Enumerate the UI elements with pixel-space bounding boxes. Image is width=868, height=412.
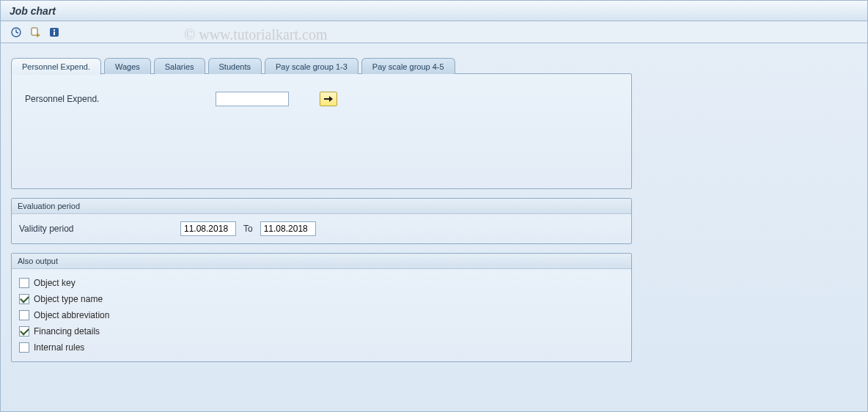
evaluation-period-header: Evaluation period — [12, 199, 631, 214]
also-output-panel: Also output Object key Object type name … — [11, 253, 632, 362]
tab-label: Pay scale group 4-5 — [372, 62, 444, 71]
svg-line-2 — [16, 32, 18, 33]
check-financing-details[interactable]: Financing details — [19, 323, 624, 339]
also-output-header: Also output — [12, 254, 631, 269]
info-button[interactable] — [46, 24, 62, 40]
toolbar — [1, 21, 867, 43]
tab-label: Personnel Expend. — [22, 62, 90, 71]
page-title: Job chart — [10, 5, 56, 17]
validity-period-row: Validity period To — [19, 220, 624, 238]
personnel-expend-label: Personnel Expend. — [25, 94, 216, 104]
tabstrip: Personnel Expend. Wages Salaries Student… — [11, 56, 857, 74]
check-object-abbreviation[interactable]: Object abbreviation — [19, 307, 624, 323]
tab-pay-scale-4-5[interactable]: Pay scale group 4-5 — [361, 58, 455, 74]
info-icon — [48, 26, 60, 38]
to-label: To — [243, 224, 253, 234]
app-frame: Job chart © www.tutorialkart.com — [0, 0, 868, 412]
checkbox-object-abbreviation[interactable] — [19, 310, 29, 320]
checkbox-internal-rules[interactable] — [19, 342, 29, 353]
svg-marker-9 — [329, 96, 333, 102]
tab-students[interactable]: Students — [208, 58, 262, 74]
svg-rect-3 — [32, 28, 37, 35]
tab-pay-scale-1-3[interactable]: Pay scale group 1-3 — [265, 58, 358, 74]
tab-label: Salaries — [165, 62, 194, 71]
validity-period-label: Validity period — [19, 224, 180, 234]
get-variant-button[interactable] — [27, 24, 43, 40]
checkbox-label: Financing details — [34, 326, 100, 336]
multiple-selection-button[interactable] — [320, 92, 337, 106]
checkbox-label: Object type name — [34, 294, 103, 304]
svg-rect-6 — [54, 29, 55, 31]
checkbox-label: Internal rules — [34, 342, 84, 353]
checkbox-object-key[interactable] — [19, 278, 29, 288]
checkbox-financing-details[interactable] — [19, 326, 29, 336]
checkbox-object-type-name[interactable] — [19, 294, 29, 304]
titlebar: Job chart — [1, 1, 867, 21]
check-object-key[interactable]: Object key — [19, 275, 624, 291]
tab-label: Pay scale group 1-3 — [276, 62, 347, 71]
tab-panel: Personnel Expend. — [11, 73, 632, 189]
tab-label: Students — [219, 62, 251, 71]
personnel-expend-input[interactable] — [216, 92, 289, 106]
variant-icon — [29, 26, 41, 38]
checkbox-label: Object abbreviation — [34, 310, 109, 320]
content-area: Personnel Expend. Wages Salaries Student… — [1, 43, 867, 372]
clock-execute-icon — [10, 26, 22, 38]
evaluation-period-panel: Evaluation period Validity period To — [11, 198, 632, 244]
tab-label: Wages — [115, 62, 140, 71]
checkbox-label: Object key — [34, 278, 76, 288]
validity-to-input[interactable] — [260, 221, 316, 236]
validity-from-input[interactable] — [180, 221, 236, 236]
also-output-body: Object key Object type name Object abbre… — [12, 269, 631, 361]
svg-marker-4 — [37, 33, 40, 37]
tab-salaries[interactable]: Salaries — [154, 58, 205, 74]
arrow-right-icon — [323, 95, 334, 103]
tab-personnel-expend[interactable]: Personnel Expend. — [11, 58, 101, 75]
execute-button[interactable] — [8, 24, 24, 40]
check-object-type-name[interactable]: Object type name — [19, 291, 624, 307]
personnel-expend-row: Personnel Expend. — [25, 90, 618, 108]
check-internal-rules[interactable]: Internal rules — [19, 339, 624, 356]
svg-rect-7 — [54, 32, 55, 35]
tab-wages[interactable]: Wages — [104, 58, 151, 74]
